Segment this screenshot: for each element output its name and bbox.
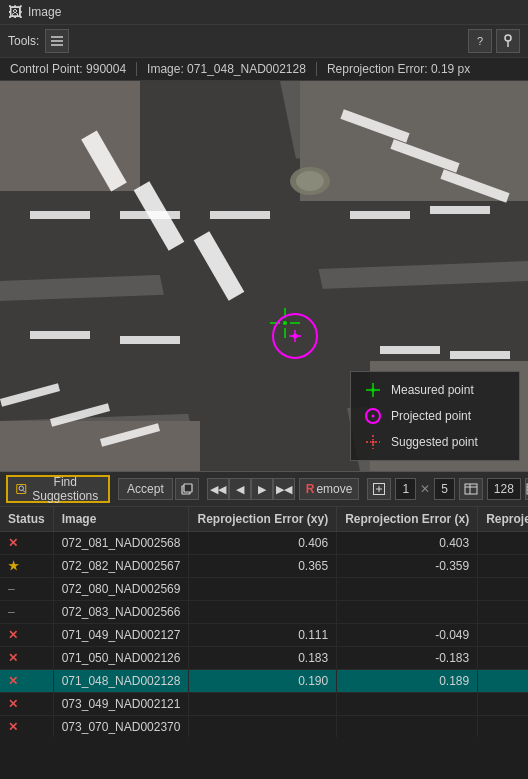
svg-rect-10 (300, 81, 528, 201)
err-xy-cell (189, 578, 337, 601)
svg-point-32 (296, 171, 324, 191)
cross-icon: ✕ (420, 482, 430, 496)
measured-label: Measured point (391, 383, 474, 397)
svg-rect-62 (465, 484, 477, 494)
status-x-icon: ✕ (8, 628, 18, 642)
svg-rect-24 (450, 351, 510, 359)
table-row[interactable]: ✕073_049_NAD002121 (0, 693, 528, 716)
svg-point-46 (371, 388, 375, 392)
image-cell: 072_083_NAD002566 (53, 601, 189, 624)
svg-point-55 (19, 486, 24, 491)
find-suggestions-label: Find Suggestions (31, 475, 101, 503)
remove-button[interactable]: R emove (299, 478, 360, 500)
err-xy-cell: 0.365 (189, 555, 337, 578)
image-viewport[interactable]: Measured point Projected point (0, 81, 528, 471)
nav-last-button[interactable]: ▶◀ (273, 478, 295, 500)
table-row[interactable]: –072_083_NAD002566 (0, 601, 528, 624)
status-cell: ★ (0, 555, 53, 578)
reprojection-cell (478, 716, 528, 738)
err-xy-cell (189, 716, 337, 738)
err-x-cell (337, 693, 478, 716)
table-row[interactable]: ✕071_050_NAD0021260.183-0.183 (0, 647, 528, 670)
err-x-cell (337, 716, 478, 738)
projected-icon (363, 406, 383, 426)
image-cell: 072_081_NAD002568 (53, 532, 189, 555)
counter-1: 1 (395, 478, 416, 500)
status-x-icon: ✕ (8, 674, 18, 688)
err-x-cell: -0.359 (337, 555, 478, 578)
suggested-icon (363, 432, 383, 452)
pin-button[interactable] (496, 29, 520, 53)
nav-next-button[interactable]: ▶ (251, 478, 273, 500)
status-x-icon: ✕ (8, 720, 18, 734)
svg-point-3 (505, 35, 511, 41)
table-row[interactable]: ✕071_048_NAD0021280.1900.189 (0, 670, 528, 693)
reprojection-cell (478, 555, 528, 578)
control-point-info: Control Point: 990004 (10, 62, 137, 76)
status-cell: – (0, 578, 53, 601)
scale-button[interactable] (367, 478, 391, 500)
counter-2: 5 (434, 478, 455, 500)
reprojection-cell (478, 624, 528, 647)
suggested-label: Suggested point (391, 435, 478, 449)
projected-label: Projected point (391, 409, 471, 423)
tools-icon (50, 34, 64, 48)
table-icon (464, 483, 478, 495)
svg-rect-22 (120, 336, 180, 344)
status-cell: – (0, 601, 53, 624)
table-row[interactable]: ★072_082_NAD0025670.365-0.359 (0, 555, 528, 578)
err-x-cell: -0.183 (337, 647, 478, 670)
svg-rect-58 (184, 484, 192, 492)
err-xy-cell (189, 601, 337, 624)
table-row[interactable]: ✕073_070_NAD002370 (0, 716, 528, 738)
table-row[interactable]: ✕071_049_NAD0021270.111-0.049 (0, 624, 528, 647)
status-cell: ✕ (0, 624, 53, 647)
status-cell: ✕ (0, 647, 53, 670)
reprojection-cell (478, 532, 528, 555)
reprojection-cell (478, 578, 528, 601)
reprojection-cell (478, 693, 528, 716)
col-err-x: Reprojection Error (x) (337, 507, 478, 532)
col-status: Status (0, 507, 53, 532)
table-row[interactable]: ✕072_081_NAD0025680.4060.403 (0, 532, 528, 555)
status-cell: ✕ (0, 716, 53, 738)
svg-point-53 (372, 441, 375, 444)
svg-rect-0 (51, 36, 63, 38)
status-dash-icon: – (8, 605, 15, 619)
svg-rect-20 (430, 206, 490, 214)
err-xy-cell: 0.406 (189, 532, 337, 555)
find-suggestions-icon (16, 482, 27, 496)
err-xy-cell (189, 693, 337, 716)
tools-button[interactable] (45, 29, 69, 53)
help-button[interactable]: ? (468, 29, 492, 53)
bottom-toolbar: Find Suggestions Accept ◀◀ ◀ ▶ ▶◀ R emov… (0, 471, 528, 507)
status-cell: ✕ (0, 693, 53, 716)
copy-button[interactable] (175, 478, 199, 500)
status-star-icon: ★ (8, 559, 19, 573)
image-cell: 073_049_NAD002121 (53, 693, 189, 716)
image-cell: 073_070_NAD002370 (53, 716, 189, 738)
info-bar: Control Point: 990004 Image: 071_048_NAD… (0, 58, 528, 81)
nav-prev-button[interactable]: ◀ (229, 478, 251, 500)
image-cell: 071_049_NAD002127 (53, 624, 189, 647)
find-suggestions-button[interactable]: Find Suggestions (6, 475, 110, 503)
table-container[interactable]: Status Image Reprojection Error (xy) Rep… (0, 507, 528, 737)
window-icon: 🖼 (8, 4, 22, 20)
title-bar-text: Image (28, 5, 61, 19)
svg-rect-1 (51, 40, 63, 42)
svg-rect-19 (350, 211, 410, 219)
accept-button[interactable]: Accept (118, 478, 173, 500)
nav-first-button[interactable]: ◀◀ (207, 478, 229, 500)
reprojection-cell (478, 670, 528, 693)
status-x-icon: ✕ (8, 697, 18, 711)
image-cell: 071_050_NAD002126 (53, 647, 189, 670)
table-btn[interactable] (459, 478, 483, 500)
pin-icon (502, 34, 514, 48)
table-row[interactable]: –072_080_NAD002569 (0, 578, 528, 601)
err-x-cell: 0.189 (337, 670, 478, 693)
legend-measured: Measured point (363, 380, 507, 400)
err-xy-cell: 0.111 (189, 624, 337, 647)
svg-rect-21 (30, 331, 90, 339)
svg-point-37 (283, 321, 287, 325)
legend-projected: Projected point (363, 406, 507, 426)
